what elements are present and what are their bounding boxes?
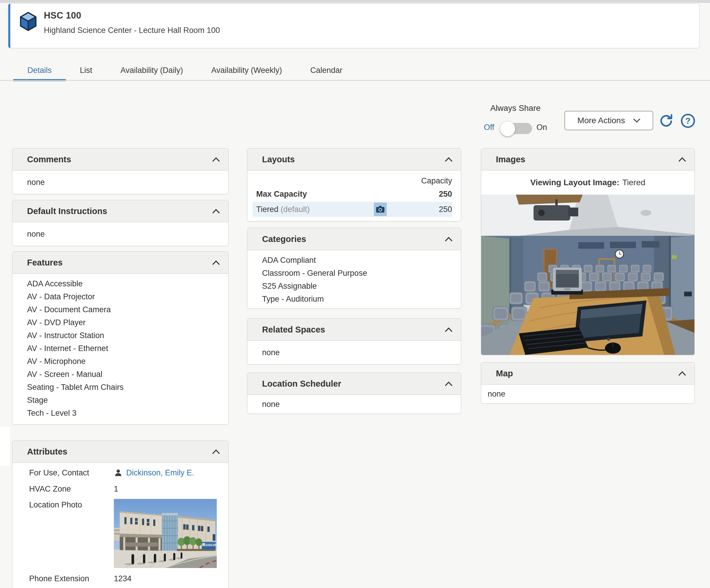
panel-title: Default Instructions bbox=[27, 206, 107, 216]
panel-title: Related Spaces bbox=[262, 325, 325, 335]
layout-name: Tiered (default) bbox=[256, 205, 374, 214]
layout-row-tiered: Tiered (default) 250 bbox=[253, 202, 452, 217]
chevron-up-icon bbox=[445, 157, 453, 162]
list-item: AV - Data Projector bbox=[27, 290, 228, 303]
building-sign-text: SADLER bbox=[205, 544, 216, 546]
attribute-row-contact: For Use, Contact Dickinson, Emily E. bbox=[13, 467, 228, 479]
layout-photo-camera-button[interactable] bbox=[374, 202, 387, 216]
attribute-label: HVAC Zone bbox=[29, 483, 114, 495]
tab-bar-divider bbox=[0, 80, 710, 81]
layout-capacity-value: 250 bbox=[392, 205, 452, 214]
location-scheduler-content: none bbox=[247, 395, 461, 414]
contact-link[interactable]: Dickinson, Emily E. bbox=[126, 467, 194, 479]
layout-image-tiered bbox=[481, 195, 694, 355]
list-item: ADA Accessible bbox=[27, 277, 228, 290]
location-scheduler-panel-header[interactable]: Location Scheduler bbox=[247, 373, 461, 395]
chevron-up-icon bbox=[445, 327, 453, 332]
space-header-card: HSC 100 Highland Science Center - Lectur… bbox=[8, 3, 700, 48]
phone-extension-value: 1234 bbox=[114, 573, 228, 585]
chevron-up-icon bbox=[212, 209, 220, 214]
capacity-column-header: Capacity bbox=[256, 176, 452, 188]
page-subtitle: Highland Science Center - Lecture Hall R… bbox=[44, 26, 220, 35]
tab-details[interactable]: Details bbox=[13, 60, 66, 80]
images-panel: Images Viewing Layout Image: Tiered bbox=[481, 148, 695, 355]
tab-calendar[interactable]: Calendar bbox=[296, 60, 357, 80]
list-item: Stage bbox=[27, 394, 228, 407]
chevron-up-icon bbox=[212, 260, 220, 265]
cube-icon bbox=[19, 11, 37, 31]
panel-title: Layouts bbox=[262, 155, 295, 164]
layouts-panel: Layouts Capacity Max Capacity 250 Tiered… bbox=[247, 148, 461, 221]
features-panel-header[interactable]: Features bbox=[13, 252, 228, 274]
help-icon[interactable]: ? bbox=[681, 114, 695, 128]
toggle-off-label: Off bbox=[484, 123, 494, 132]
list-item: Type - Auditorium bbox=[262, 293, 461, 305]
toggle-knob[interactable] bbox=[500, 121, 515, 137]
comments-panel: Comments none bbox=[12, 148, 229, 194]
svg-text:?: ? bbox=[685, 116, 691, 125]
panel-title: Categories bbox=[262, 234, 306, 244]
attribute-row-location-photo: Location Photo bbox=[13, 499, 228, 568]
tab-label: List bbox=[80, 66, 92, 75]
more-actions-button[interactable]: More Actions bbox=[564, 111, 653, 130]
list-item: Seating - Tablet Arm Chairs bbox=[27, 381, 228, 394]
features-panel: Features ADA AccessibleAV - Data Project… bbox=[12, 251, 229, 424]
list-item: AV - Internet - Ethernet bbox=[27, 342, 228, 355]
default-instructions-content: none bbox=[13, 222, 228, 246]
images-panel-header[interactable]: Images bbox=[481, 148, 694, 171]
tab-label: Calendar bbox=[310, 66, 342, 75]
layouts-panel-header[interactable]: Layouts bbox=[247, 148, 461, 171]
tab-availability-daily[interactable]: Availability (Daily) bbox=[106, 60, 197, 80]
chevron-up-icon bbox=[678, 371, 686, 376]
always-share-label: Always Share bbox=[482, 103, 548, 113]
map-panel-header[interactable]: Map bbox=[481, 363, 694, 385]
layout-default-suffix: (default) bbox=[281, 205, 310, 214]
max-capacity-value: 250 bbox=[439, 190, 452, 199]
attributes-panel-header[interactable]: Attributes bbox=[13, 441, 228, 463]
attribute-label: Phone Extension bbox=[29, 573, 114, 585]
tab-bar: Details List Availability (Daily) Availa… bbox=[13, 60, 356, 80]
refresh-icon[interactable] bbox=[659, 114, 673, 128]
list-item: AV - Microphone bbox=[27, 355, 228, 368]
comments-panel-header[interactable]: Comments bbox=[13, 148, 228, 171]
tab-list[interactable]: List bbox=[66, 60, 106, 80]
related-spaces-content: none bbox=[247, 341, 461, 364]
panel-title: Attributes bbox=[27, 447, 67, 457]
features-list: ADA AccessibleAV - Data ProjectorAV - Do… bbox=[13, 274, 228, 424]
chevron-up-icon bbox=[212, 157, 220, 162]
space-details-page: HSC 100 Highland Science Center - Lectur… bbox=[0, 0, 710, 588]
viewing-layout-label: Viewing Layout Image: bbox=[530, 178, 619, 187]
tab-label: Details bbox=[27, 66, 52, 75]
list-item: AV - Instructor Station bbox=[27, 329, 228, 342]
location-scheduler-panel: Location Scheduler none bbox=[247, 372, 461, 414]
max-capacity-label: Max Capacity bbox=[256, 190, 307, 199]
attributes-panel: Attributes For Use, Contact Dickinson, E… bbox=[12, 440, 229, 588]
categories-panel: Categories ADA CompliantClassroom - Gene… bbox=[247, 228, 461, 309]
attribute-label: Location Photo bbox=[29, 499, 114, 568]
chevron-up-icon bbox=[212, 449, 220, 454]
categories-panel-header[interactable]: Categories bbox=[247, 228, 461, 250]
attribute-row-phone: Phone Extension 1234 bbox=[13, 573, 228, 585]
tab-availability-weekly[interactable]: Availability (Weekly) bbox=[197, 60, 296, 80]
list-item: S25 Assignable bbox=[262, 279, 461, 293]
comments-content: none bbox=[13, 171, 228, 194]
chevron-up-icon bbox=[678, 157, 686, 162]
panel-title: Comments bbox=[27, 155, 71, 164]
viewing-layout-caption: Viewing Layout Image: Tiered bbox=[481, 171, 694, 195]
panel-title: Images bbox=[496, 155, 525, 164]
panel-title: Map bbox=[496, 369, 513, 378]
left-edge-notch bbox=[0, 427, 10, 466]
related-spaces-panel-header[interactable]: Related Spaces bbox=[247, 319, 461, 341]
list-item: Tech - Level 3 bbox=[27, 407, 228, 419]
panel-title: Location Scheduler bbox=[262, 379, 341, 389]
panel-title: Features bbox=[27, 258, 63, 268]
person-icon bbox=[114, 468, 123, 477]
top-border-strip bbox=[0, 0, 710, 3]
list-item: ADA Compliant bbox=[262, 254, 461, 267]
more-actions-label: More Actions bbox=[577, 116, 625, 125]
camera-icon bbox=[376, 205, 385, 213]
default-instructions-panel-header[interactable]: Default Instructions bbox=[13, 200, 228, 222]
tab-label: Availability (Weekly) bbox=[211, 66, 282, 75]
categories-list: ADA CompliantClassroom - General Purpose… bbox=[247, 250, 461, 309]
page-title: HSC 100 bbox=[44, 10, 220, 21]
